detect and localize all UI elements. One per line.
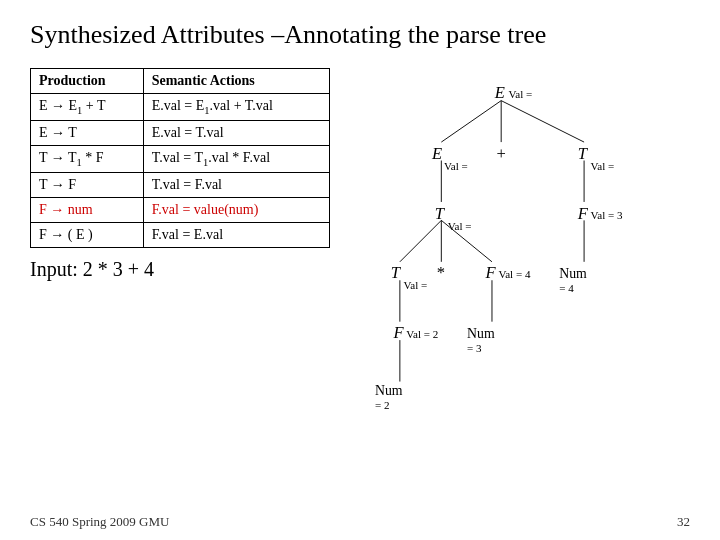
tree-node-F-mid: F — [485, 263, 497, 282]
tree-node-E-left: E — [431, 144, 442, 163]
parse-tree-svg: E Val = E Val = + T Val = T Val = T Val … — [340, 68, 690, 428]
tree-node-T-mid: T — [435, 204, 446, 223]
footer: CS 540 Spring 2009 GMU 32 — [0, 514, 720, 530]
tree-node-F-left: F — [392, 323, 404, 342]
parse-tree-area: E Val = E Val = + T Val = T Val = T Val … — [340, 68, 690, 428]
production-cell: T → T1 * F — [31, 145, 144, 172]
tree-node-num-right: Num — [559, 266, 587, 281]
table-row: E → E1 + T E.val = E1.val + T.val — [31, 94, 330, 121]
tree-node-T-val-mid: Val = — [448, 220, 472, 232]
tree-node-plus: + — [497, 144, 506, 163]
svg-line-2 — [501, 101, 584, 142]
input-line: Input: 2 * 3 + 4 — [30, 258, 340, 281]
tree-node-num-mid: Num — [467, 326, 495, 341]
action-cell: F.val = E.val — [143, 222, 329, 247]
svg-line-4 — [400, 220, 441, 261]
tree-node-T-right: T — [578, 144, 589, 163]
tree-node-F-val-mid: Val = 4 — [498, 268, 530, 280]
production-cell: E → E1 + T — [31, 94, 144, 121]
tree-node-F-val-left: Val = 2 — [406, 328, 438, 340]
footer-left: CS 540 Spring 2009 GMU — [30, 514, 169, 530]
table-row: T → F T.val = F.val — [31, 172, 330, 197]
table-row: E → T E.val = T.val — [31, 120, 330, 145]
content-area: Production Semantic Actions E → E1 + T E… — [30, 68, 690, 428]
production-table: Production Semantic Actions E → E1 + T E… — [30, 68, 330, 248]
production-cell: F → num — [31, 197, 144, 222]
table-row-highlighted: F → num F.val = value(num) — [31, 197, 330, 222]
production-cell: T → F — [31, 172, 144, 197]
table-container: Production Semantic Actions E → E1 + T E… — [30, 68, 340, 428]
tree-node-E-val-root: Val = — [509, 88, 533, 100]
tree-node-F-val-right: Val = 3 — [591, 209, 623, 221]
tree-node-T1: T — [391, 263, 402, 282]
tree-node-star: * — [437, 263, 445, 282]
tree-node-E-root: E — [494, 83, 505, 102]
table-row: T → T1 * F T.val = T1.val * F.val — [31, 145, 330, 172]
action-cell: T.val = T1.val * F.val — [143, 145, 329, 172]
production-cell: F → ( E ) — [31, 222, 144, 247]
col-header-production: Production — [31, 69, 144, 94]
tree-node-F-right: F — [577, 204, 589, 223]
action-cell: E.val = T.val — [143, 120, 329, 145]
tree-node-num-val-left: = 2 — [375, 399, 390, 411]
svg-line-0 — [441, 101, 501, 142]
tree-node-num-val-right: = 4 — [559, 282, 574, 294]
page: Synthesized Attributes –Annotating the p… — [0, 0, 720, 540]
tree-node-num-val-mid: = 3 — [467, 342, 482, 354]
action-cell: T.val = F.val — [143, 172, 329, 197]
col-header-actions: Semantic Actions — [143, 69, 329, 94]
tree-node-T-val-right: Val = — [591, 160, 615, 172]
footer-right: 32 — [677, 514, 690, 530]
production-cell: E → T — [31, 120, 144, 145]
page-title: Synthesized Attributes –Annotating the p… — [30, 20, 690, 50]
tree-node-T1-val: Val = — [404, 279, 428, 291]
tree-node-num-left: Num — [375, 383, 403, 398]
tree-node-E-val-left: Val = — [444, 160, 468, 172]
table-row: F → ( E ) F.val = E.val — [31, 222, 330, 247]
action-cell: F.val = value(num) — [143, 197, 329, 222]
action-cell: E.val = E1.val + T.val — [143, 94, 329, 121]
